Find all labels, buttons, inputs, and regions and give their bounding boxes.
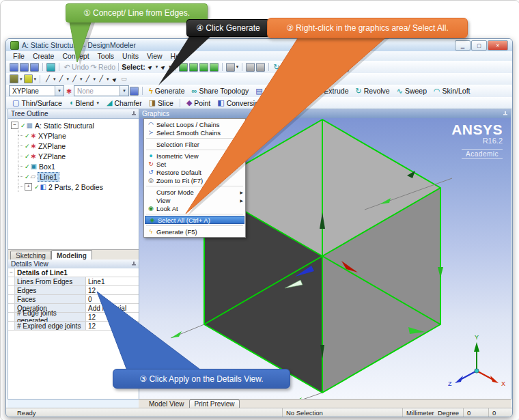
sweep-button[interactable]: ∿ Sweep [393, 85, 430, 96]
edge-type3-caret-icon[interactable]: ▾ [80, 76, 83, 82]
face-coloring-caret-icon[interactable]: ▾ [34, 76, 37, 82]
details-collapse-icon[interactable]: − [8, 268, 15, 277]
edge-type4-pencil-icon[interactable]: ╱ [83, 74, 93, 84]
undo-icon[interactable]: ↶ [62, 62, 72, 72]
view-iso-icon[interactable] [340, 63, 349, 72]
undo-button[interactable]: Undo [72, 63, 89, 71]
menu-view[interactable]: View [143, 52, 167, 60]
graphics-viewport[interactable]: Y X Z ANSYS R16.2 Academic ◠ Select Loop… [139, 118, 511, 399]
context-menu-item-view[interactable]: View ▶ [144, 196, 245, 204]
close-button[interactable]: ✕ [488, 40, 508, 51]
new-sketch-button-icon[interactable] [130, 87, 139, 96]
menu-help[interactable]: Help [167, 52, 190, 60]
tree-item-xyplane[interactable]: ✓ ∗ XYPlane [18, 130, 139, 141]
details-row-lines-from-edges[interactable]: Lines From Edges Line1 [8, 277, 139, 286]
context-menu-item-look-at[interactable]: ◉ Look At [144, 204, 245, 212]
skin-loft-button[interactable]: ◠ Skin/Loft [430, 85, 473, 96]
edge-type4-caret-icon[interactable]: ▾ [94, 76, 96, 82]
context-menu-item-generate[interactable]: ϟ Generate (F5) [144, 227, 245, 236]
save-icon[interactable] [20, 63, 29, 72]
context-menu-item-select-loops[interactable]: ◠ Select Loops / Chains [144, 120, 245, 128]
face-filter-icon[interactable] [199, 63, 208, 72]
context-menu-item-cursor-mode[interactable]: Cursor Mode ▶ [144, 188, 245, 196]
thin-surface-button[interactable]: ▢ Thin/Surface [9, 98, 66, 109]
edge-type1-caret-icon[interactable]: ▾ [53, 76, 56, 82]
box-zoom-icon[interactable]: ◎ [310, 62, 320, 72]
context-menu-item-select-smooth[interactable]: ≻ Select Smooth Chains [144, 128, 245, 137]
face-coloring-icon[interactable] [24, 74, 33, 83]
details-row-expired-edge-joints[interactable]: # Expired edge joints 12 [8, 322, 139, 331]
generate-button[interactable]: ϟ Generate [145, 85, 188, 96]
new-plane-icon[interactable]: ∗ [64, 86, 74, 96]
tree-item-parts-bodies[interactable]: + ✓ ◧ 2 Parts, 2 Bodies [18, 182, 139, 192]
context-menu-item-zoom-to-fit[interactable]: ◎ Zoom to Fit (F7) [144, 176, 245, 184]
details-row-edge-joints-generated[interactable]: # Edge joints generated 12 [8, 313, 139, 322]
menu-tools[interactable]: Tools [94, 52, 119, 60]
title-bar[interactable]: A: Static Structural - DesignModeler ▁ ▢… [6, 39, 512, 51]
plane-select[interactable]: XYPlane ▾ [9, 85, 64, 96]
edge-type2-caret-icon[interactable]: ▾ [67, 76, 70, 82]
rotate-icon[interactable]: ↻ [272, 62, 281, 72]
sketch-select-caret-icon[interactable]: ▾ [120, 86, 128, 96]
maximize-button[interactable]: ▢ [471, 40, 487, 51]
status-units[interactable]: Millimeter Degree [402, 408, 463, 417]
edge-type1-pencil-icon[interactable]: ╱ [43, 74, 53, 84]
coordinate-triad[interactable]: Y X Z [448, 334, 505, 387]
share-topology-button[interactable]: ∞ Share Topology [188, 85, 253, 96]
revolve-button[interactable]: ↻ Revolve [352, 85, 393, 96]
redo-icon[interactable]: ↷ [89, 62, 98, 72]
tab-model-view[interactable]: Model View [144, 400, 189, 408]
edge-filter-icon[interactable] [189, 63, 198, 72]
expand-icon[interactable]: + [25, 183, 32, 191]
zoom-to-fit-icon[interactable]: ◎ [320, 62, 329, 72]
point-button[interactable]: ◆ Point [183, 98, 214, 109]
new-sketch-icon[interactable] [10, 63, 18, 72]
details-row-faces[interactable]: Faces 0 [8, 295, 139, 304]
extrude-button[interactable]: ▧ Extrude [311, 85, 352, 96]
tree-item-box1[interactable]: ✓ ▣ Box1 [18, 161, 139, 171]
edge-coloring-icon[interactable] [10, 74, 18, 83]
menu-file[interactable]: File [9, 52, 29, 60]
adjacency-filter-icon[interactable] [226, 63, 235, 72]
edge-type2-pencil-icon[interactable]: ╱ [57, 74, 66, 84]
image-capture-icon[interactable] [46, 63, 55, 72]
context-menu-item-select-all[interactable]: ◈ Select All (Ctrl+ A) [145, 216, 244, 224]
vertex-filter-icon[interactable] [179, 63, 188, 72]
tree-item-yzplane[interactable]: ✓ ∗ YZPlane [18, 151, 139, 161]
details-group-row[interactable]: − Details of Line1 [8, 268, 139, 277]
context-menu-item-set[interactable]: ↻ Set [144, 160, 245, 168]
edge-type3-pencil-icon[interactable]: ╱ [70, 74, 79, 84]
tree-item-line1[interactable]: ✓ ▱ Line1 [18, 171, 139, 182]
pin-icon[interactable] [131, 111, 137, 117]
sketch-select[interactable]: None ▾ [74, 85, 129, 96]
details-row-edges[interactable]: Edges 12 [8, 286, 139, 295]
minimize-button[interactable]: ▁ [455, 40, 471, 51]
conversion-button[interactable]: ◧ Conversion [214, 98, 266, 109]
body-filter-icon[interactable] [210, 63, 219, 72]
edge-type5-pencil-icon[interactable]: ╱ [96, 74, 106, 84]
blend-button[interactable]: ◖ Blend ▾ [66, 98, 103, 109]
select-cursor-icon[interactable]: ► [156, 60, 170, 74]
tab-sketching[interactable]: Sketching [10, 251, 51, 260]
menu-units[interactable]: Units [118, 52, 143, 60]
slice-button[interactable]: ◨ Slice [145, 98, 177, 109]
collapse-icon[interactable]: − [11, 122, 18, 129]
parameters-button[interactable]: ▤ Parameters [252, 85, 305, 96]
tab-modeling[interactable]: Modeling [51, 250, 92, 260]
edge-coloring-caret-icon[interactable]: ▾ [20, 76, 23, 82]
tree-item-static-structural[interactable]: − ✓ ▦ A: Static Structural [11, 120, 139, 130]
zoom-out-icon[interactable]: ⊖ [300, 62, 310, 72]
pan-icon[interactable]: ⊕ [281, 62, 291, 72]
context-menu-item-restore-default[interactable]: ↺ Restore Default [144, 168, 245, 176]
plane-select-caret-icon[interactable]: ▾ [55, 86, 64, 96]
select-mode-cursor-icon[interactable]: ► [143, 60, 157, 74]
menu-concept[interactable]: Concept [58, 52, 93, 60]
magnifier-window-icon[interactable] [330, 63, 339, 72]
context-menu-item-isometric-view[interactable]: ● Isometric View [144, 152, 245, 160]
pin-icon[interactable] [503, 111, 508, 117]
context-menu-item-selection-filter[interactable]: Selection Filter ▶ [144, 140, 245, 148]
extend-limits-icon[interactable] [256, 63, 265, 72]
zoom-in-icon[interactable]: ⊕ [291, 62, 300, 72]
chamfer-button[interactable]: ◢ Chamfer [103, 98, 145, 109]
adjacency-caret-icon[interactable]: ▾ [236, 64, 239, 70]
